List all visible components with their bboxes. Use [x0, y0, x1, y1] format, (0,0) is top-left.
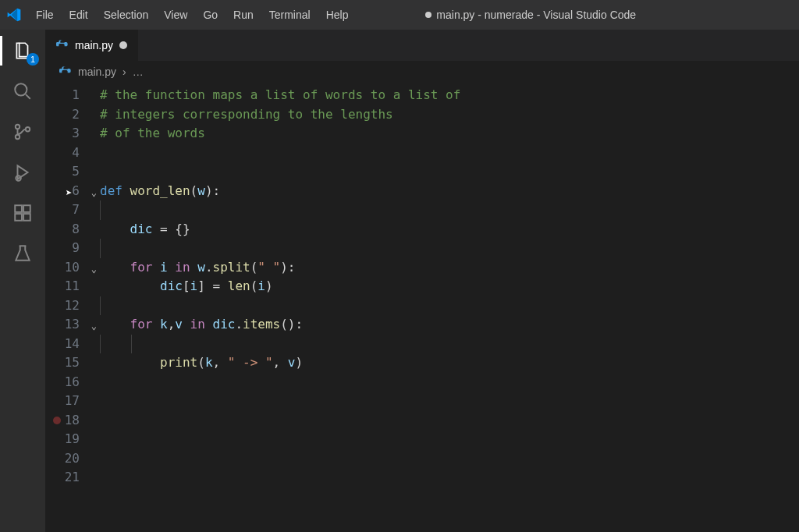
token-control: for	[130, 260, 161, 275]
token-builtin: len	[228, 278, 250, 293]
tab-dirty-indicator-icon	[119, 41, 127, 49]
line-number: 3	[45, 124, 100, 144]
token-param: i	[160, 260, 168, 275]
token-punct: (	[197, 355, 205, 370]
line-number: 13⌄	[45, 315, 100, 335]
token-punct: .	[235, 317, 243, 332]
line-number: 1	[45, 86, 100, 105]
token-param: k	[205, 355, 213, 370]
indent-guide	[100, 296, 101, 316]
explorer-icon[interactable]: 1	[11, 39, 34, 62]
line-number: 18	[45, 411, 100, 431]
code-line[interactable]	[100, 468, 799, 488]
line-number: 6⌄	[45, 182, 100, 201]
token-param: i	[257, 278, 265, 293]
token-param: dic	[160, 278, 183, 293]
menu-view[interactable]: View	[156, 0, 195, 30]
code-line[interactable]	[100, 239, 799, 258]
menu-selection[interactable]: Selection	[96, 0, 157, 30]
line-number: 10⌄	[45, 258, 100, 278]
line-number: 16	[45, 373, 100, 392]
code-line[interactable]: for k,v in dic.items():	[100, 315, 799, 335]
extensions-icon[interactable]	[11, 201, 34, 225]
token-param: dic	[130, 222, 153, 236]
run-debug-icon[interactable]	[11, 161, 34, 184]
token-punct: = {}	[152, 222, 190, 236]
token-param: v	[175, 317, 183, 332]
code-line[interactable]	[100, 162, 799, 182]
search-icon[interactable]	[11, 80, 34, 103]
menu-edit[interactable]: Edit	[62, 0, 96, 30]
token-punct: ] =	[197, 278, 228, 293]
token-param: dic	[213, 317, 236, 332]
code-line[interactable]	[100, 430, 799, 449]
token-punct: ,	[273, 355, 288, 370]
code-lines[interactable]: # the function maps a list of words to a…	[100, 83, 799, 532]
code-line[interactable]	[100, 144, 799, 163]
fold-chevron-down-icon[interactable]: ⌄	[91, 260, 97, 279]
code-line[interactable]	[100, 200, 799, 220]
token-param: i	[190, 278, 198, 293]
token-comment: # of the words	[100, 126, 205, 140]
source-control-icon[interactable]	[11, 120, 34, 144]
token-punct: ,	[213, 355, 228, 370]
token-punct: )	[295, 355, 303, 370]
explorer-badge: 1	[27, 53, 39, 66]
menu-go[interactable]: Go	[195, 0, 225, 30]
token-param: w	[197, 183, 205, 198]
menu-file[interactable]: File	[28, 0, 62, 30]
code-line[interactable]	[100, 392, 799, 411]
breadcrumb-file: main.py	[78, 66, 116, 78]
token-func: split	[213, 260, 250, 275]
line-number: 8	[45, 220, 100, 239]
line-number: 15	[45, 353, 100, 373]
indent-guide	[100, 200, 101, 220]
code-line[interactable]: def word_len(w):	[100, 182, 799, 201]
menu-terminal[interactable]: Terminal	[261, 0, 318, 30]
line-number: 5	[45, 162, 100, 182]
token-comment: # the function maps a list of words to a…	[100, 87, 460, 102]
testing-icon[interactable]	[11, 242, 34, 265]
code-line[interactable]	[100, 296, 799, 316]
tab-main-py[interactable]: main.py	[45, 30, 139, 61]
token-punct: ():	[280, 317, 303, 332]
code-line[interactable]	[100, 373, 799, 392]
line-number: 17	[45, 392, 100, 411]
svg-point-3	[26, 127, 30, 131]
code-editor[interactable]: 123456⌄78910⌄111213⌄1415161718192021 # t…	[45, 83, 799, 532]
code-line[interactable]	[100, 411, 799, 431]
fold-chevron-down-icon[interactable]: ⌄	[91, 183, 97, 203]
menu-help[interactable]: Help	[318, 0, 357, 30]
line-number: 4	[45, 144, 100, 163]
breakpoint-hint-icon	[53, 417, 61, 424]
code-line[interactable]	[100, 335, 799, 354]
code-line[interactable]: # integers corresponding to the lengths	[100, 105, 799, 125]
code-line[interactable]	[100, 449, 799, 469]
code-line[interactable]: # the function maps a list of words to a…	[100, 86, 799, 105]
line-number-gutter: 123456⌄78910⌄111213⌄1415161718192021	[45, 83, 100, 532]
svg-rect-6	[15, 214, 22, 221]
token-control: in	[183, 317, 213, 332]
python-file-icon	[59, 66, 72, 78]
code-line[interactable]: dic[i] = len(i)	[100, 277, 799, 296]
token-punct: ):	[205, 183, 220, 198]
svg-rect-7	[23, 214, 30, 221]
breadcrumb[interactable]: main.py › …	[45, 61, 799, 83]
line-number: 20	[45, 449, 100, 469]
token-punct: (	[250, 260, 258, 275]
token-punct: ,	[168, 317, 176, 332]
code-line[interactable]: print(k, " -> ", v)	[100, 353, 799, 373]
code-line[interactable]: for i in w.split(" "):	[100, 258, 799, 278]
svg-point-1	[16, 125, 20, 129]
menu-run[interactable]: Run	[225, 0, 261, 30]
code-line[interactable]: dic = {}	[100, 220, 799, 239]
editor-tabs: main.py	[45, 30, 799, 61]
breadcrumb-ellipsis: …	[133, 66, 144, 78]
fold-chevron-down-icon[interactable]: ⌄	[91, 317, 97, 336]
token-control: in	[168, 260, 198, 275]
line-number: 21	[45, 468, 100, 488]
code-line[interactable]: # of the words	[100, 124, 799, 144]
svg-point-2	[16, 135, 20, 139]
unsaved-indicator-icon	[425, 12, 431, 18]
token-string: " "	[257, 260, 280, 275]
